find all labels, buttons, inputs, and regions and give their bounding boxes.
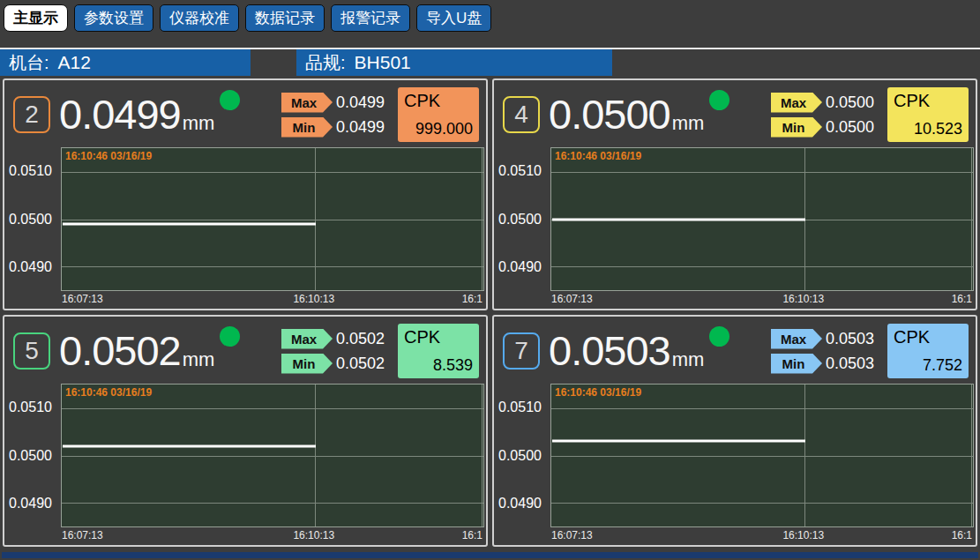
product-label: 品规: [305, 51, 346, 75]
v-gridline [482, 148, 483, 290]
current-reading: 0.0500 mm [549, 95, 704, 135]
tab-instrument-calibration[interactable]: 仪器校准 [160, 4, 239, 32]
channel-panel-4: 4 0.0500 mm Max 0.0500 Min 0.0500 CPK 10… [492, 78, 977, 310]
v-gridline [971, 385, 972, 526]
channel-number-badge: 4 [503, 96, 540, 133]
trend-chart: 16:10:46 03/16/19 [550, 384, 974, 527]
channel-number-badge: 2 [13, 96, 50, 133]
cpk-label: CPK [894, 91, 962, 111]
h-gridline [551, 456, 973, 457]
x-axis: 16:07:13 16:10:13 16:13:13 [61, 291, 483, 307]
max-min-block: Max 0.0502 Min 0.0502 [281, 329, 391, 374]
tab-import-usb[interactable]: 导入U盘 [416, 4, 491, 32]
cpk-box: CPK 10.523 [887, 87, 969, 142]
v-gridline [315, 148, 316, 290]
tab-main-display[interactable]: 主显示 [4, 4, 68, 32]
min-row: Min 0.0503 [771, 354, 880, 374]
product-field: 品规: BH501 [296, 49, 612, 76]
channel-panel-2: 2 0.0499 mm Max 0.0499 Min 0.0499 CPK 99… [3, 78, 488, 310]
y-axis: 0.0510 0.0500 0.0490 [4, 147, 61, 291]
tab-bar: 主显示 参数设置 仪器校准 数据记录 报警记录 导入U盘 [0, 0, 980, 37]
reading-value: 0.0500 [549, 95, 670, 135]
max-tag: Max [281, 329, 333, 349]
y-tick: 0.0500 [498, 212, 542, 228]
machine-label: 机台: [9, 51, 49, 75]
h-gridline [551, 266, 973, 267]
trend-line [63, 222, 316, 225]
reading-value: 0.0502 [59, 332, 181, 371]
max-value: 0.0503 [826, 330, 880, 348]
y-tick: 0.0510 [9, 399, 52, 415]
cpk-label: CPK [404, 327, 473, 347]
x-tick: 16:07:13 [551, 529, 593, 541]
status-ok-indicator [709, 90, 729, 110]
cpk-value: 8.539 [404, 356, 473, 375]
y-tick: 0.0490 [9, 496, 52, 511]
min-row: Min 0.0502 [281, 354, 391, 374]
y-axis: 0.0510 0.0500 0.0490 [4, 384, 61, 527]
panel-header: 5 0.0502 mm Max 0.0502 Min 0.0502 CPK 8.… [4, 318, 484, 384]
min-value: 0.0503 [826, 355, 880, 373]
min-value: 0.0499 [336, 118, 391, 137]
x-tick: 16:10:13 [782, 529, 824, 541]
min-row: Min 0.0500 [771, 117, 880, 138]
h-gridline [551, 172, 973, 173]
channel-grid: 2 0.0499 mm Max 0.0499 Min 0.0499 CPK 99… [0, 76, 980, 549]
machine-field: 机台: A12 [0, 49, 251, 76]
max-value: 0.0502 [336, 330, 391, 348]
x-tick: 16:07:13 [551, 293, 593, 305]
channel-number: 7 [514, 337, 528, 365]
max-value: 0.0500 [826, 93, 880, 112]
reading-unit: mm [672, 112, 705, 134]
y-tick: 0.0500 [498, 448, 542, 464]
v-gridline [804, 385, 805, 526]
channel-number: 5 [25, 337, 39, 365]
trend-line [552, 218, 805, 220]
product-value: BH501 [355, 52, 411, 73]
reading-value: 0.0499 [59, 95, 181, 135]
v-gridline [971, 148, 972, 290]
x-tick: 16:13:13 [952, 529, 972, 541]
cpk-value: 999.000 [404, 120, 473, 138]
trend-line [552, 440, 805, 443]
tab-data-records[interactable]: 数据记录 [245, 4, 325, 32]
x-tick: 16:07:13 [62, 293, 103, 305]
channel-number: 4 [514, 101, 528, 129]
max-tag: Max [771, 93, 822, 113]
y-tick: 0.0490 [9, 259, 52, 275]
trend-chart: 16:10:46 03/16/19 [550, 147, 974, 291]
tab-parameter-settings[interactable]: 参数设置 [74, 4, 153, 32]
reading-unit: mm [183, 348, 215, 370]
max-min-block: Max 0.0500 Min 0.0500 [771, 93, 880, 138]
min-tag: Min [281, 117, 333, 138]
y-tick: 0.0510 [9, 163, 52, 179]
h-gridline [551, 503, 973, 504]
chart-area: 0.0510 0.0500 0.0490 16:10:46 03/16/19 [494, 384, 974, 527]
h-gridline [62, 456, 483, 457]
channel-panel-7: 7 0.0503 mm Max 0.0503 Min 0.0503 CPK 7.… [492, 315, 977, 547]
max-value: 0.0499 [336, 93, 391, 112]
status-ok-indicator [709, 326, 729, 347]
x-axis: 16:07:13 16:10:13 16:13:13 [61, 527, 483, 543]
h-gridline [62, 266, 483, 267]
min-tag: Min [281, 354, 333, 374]
cpk-value: 7.752 [894, 356, 962, 375]
current-reading: 0.0503 mm [549, 332, 704, 371]
current-reading: 0.0499 mm [59, 95, 214, 135]
x-tick: 16:13:13 [462, 529, 483, 541]
y-tick: 0.0490 [498, 496, 542, 511]
min-tag: Min [771, 354, 822, 374]
cpk-box: CPK 7.752 [887, 324, 969, 378]
x-tick: 16:07:13 [62, 529, 103, 541]
y-tick: 0.0500 [9, 212, 52, 228]
trend-line [63, 444, 316, 447]
cpk-box: CPK 999.000 [398, 87, 479, 142]
channel-number-badge: 5 [13, 332, 50, 370]
min-tag: Min [771, 117, 822, 138]
x-tick: 16:10:13 [782, 293, 824, 305]
v-gridline [315, 385, 316, 526]
tab-alarm-records[interactable]: 报警记录 [331, 4, 410, 32]
h-gridline [62, 220, 483, 220]
panel-header: 2 0.0499 mm Max 0.0499 Min 0.0499 CPK 99… [4, 82, 484, 147]
trend-chart: 16:10:46 03/16/19 [61, 147, 484, 291]
